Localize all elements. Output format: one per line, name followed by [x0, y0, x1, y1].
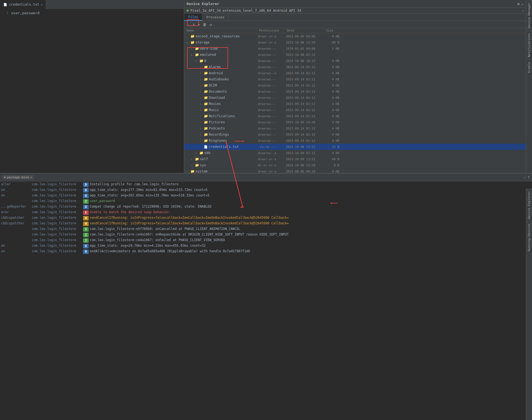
- log-tag: on: [1, 193, 32, 197]
- delete-icon[interactable]: 🗑: [202, 22, 207, 27]
- logcat-star-icon[interactable]: ☆: [524, 175, 526, 179]
- log-package: com.leo.login_filestore: [32, 249, 82, 253]
- refresh-icon[interactable]: ↺: [209, 22, 212, 27]
- de-column-headers: Name Permissions Date Size: [184, 28, 526, 33]
- log-message: com.leo.login_filestore:ce4a1067: onFail…: [90, 238, 531, 242]
- log-row: com.leo.login_filestoreIcom.leo.login_fi…: [0, 238, 532, 243]
- expand-chevron[interactable]: ▾: [195, 59, 199, 63]
- file-icon: 📄: [204, 145, 208, 149]
- expand-chevron[interactable]: ›: [200, 66, 203, 69]
- file-row[interactable]: ›📁DCIMdrwxrws---2023-09-14 02:124 KB: [184, 82, 526, 88]
- file-size: 4 KB: [325, 102, 342, 106]
- expand-chevron[interactable]: ›: [200, 84, 203, 87]
- expand-chevron[interactable]: ▾: [186, 41, 190, 44]
- file-date: 1970-01-01 00:00: [286, 47, 325, 51]
- settings-icon[interactable]: ⚙: [517, 2, 519, 6]
- file-row[interactable]: ›📁Documentsdrwxrws---2023-09-14 02:124 K…: [184, 88, 526, 95]
- line-content-1: user,password: [11, 11, 40, 15]
- folder-icon: 📁: [195, 53, 199, 57]
- log-message: app_time_stats: avg=277.19ms min=81.05ms…: [90, 188, 531, 192]
- file-permissions: drwxrws---: [258, 84, 286, 87]
- file-row[interactable]: ▾📁storagedrwxr-xr-x2023-10-08 13:5080 B: [184, 39, 526, 45]
- expand-chevron[interactable]: ›: [195, 152, 199, 155]
- file-icon-small: 📄: [3, 3, 7, 6]
- expand-chevron[interactable]: ▾: [191, 53, 194, 56]
- editor-content: 1 user,password: [0, 9, 184, 173]
- filter-close-icon[interactable]: ✕: [30, 176, 32, 179]
- sidebar-tab-device-explorer[interactable]: Device Explorer: [526, 189, 532, 221]
- log-row: oncom.leo.login_filestoreDendAllActiveAn…: [0, 249, 532, 255]
- upload-icon[interactable]: ⬆: [187, 22, 190, 27]
- file-row[interactable]: ›📁Moviesdrwxrws---2023-09-14 02:124 KB: [184, 101, 526, 107]
- expand-chevron[interactable]: ›: [200, 102, 203, 105]
- file-row[interactable]: ›📁Downloaddrwxrws---2023-09-14 02:124 KB: [184, 95, 526, 101]
- expand-chevron[interactable]: ›: [200, 139, 203, 142]
- expand-chevron[interactable]: ›: [186, 170, 190, 173]
- sidebar-tab-running-devices[interactable]: Running Devices: [526, 221, 532, 253]
- file-row[interactable]: ›📁Notificationsdrwxrws---2023-09-14 02:1…: [184, 113, 526, 119]
- tab-files[interactable]: Files: [184, 14, 202, 21]
- log-package: com.leo.login_filestore: [32, 221, 82, 225]
- file-row[interactable]: ›📁systemdrwxr-xr-x2023-08-05 00:184 KB: [184, 168, 526, 173]
- expand-chevron[interactable]: ›: [200, 127, 203, 130]
- log-row: oncom.leo.login_filestoreDapp_time_stats…: [0, 188, 532, 193]
- logcat-filter-tag[interactable]: ≡ package:mine ✕: [2, 175, 34, 179]
- file-row[interactable]: ›📁Musicdrwxrws---2023-09-14 02:124 KB: [184, 107, 526, 113]
- expand-chevron[interactable]: ›: [191, 47, 194, 50]
- sidebar-tab-gradle[interactable]: Gradle: [526, 59, 532, 75]
- folder-icon: 📁: [204, 126, 208, 130]
- editor-tabs: 📄 credentials.txt ✕: [0, 0, 184, 9]
- sidebar-tab-notifications[interactable]: Notifications: [526, 31, 532, 59]
- expand-chevron[interactable]: ›: [186, 35, 190, 38]
- file-row[interactable]: ›📁Picturesdrwxrws---2023-10-05 14:404 KB: [184, 119, 526, 125]
- file-row[interactable]: ›📁Audiobooksdrwxrws---2023-09-14 02:124 …: [184, 76, 526, 82]
- de-device-row[interactable]: Pixel_3a_API_34_extension_level_7_x86_64…: [184, 8, 526, 14]
- logcat-help-icon[interactable]: ?: [528, 175, 530, 179]
- log-level: I: [83, 227, 89, 232]
- expand-chevron[interactable]: ›: [200, 109, 203, 112]
- filter-label: package:mine: [7, 176, 29, 179]
- de-header-icons: ⚙ —: [517, 2, 524, 6]
- sidebar-tab-device-manager[interactable]: Device Manager: [526, 0, 532, 31]
- expand-chevron[interactable]: ›: [200, 96, 203, 99]
- file-row[interactable]: ›📁Androiddrwxrws--x2023-09-14 02:124 KB: [184, 70, 526, 76]
- file-permissions: drwxrws---: [258, 121, 286, 124]
- file-label: Download: [209, 96, 225, 100]
- download-icon[interactable]: ⬇: [192, 22, 195, 27]
- add-folder-icon[interactable]: +: [197, 22, 201, 27]
- close-tab-icon[interactable]: ✕: [41, 3, 42, 6]
- log-tag: ckDispatcher: [1, 221, 32, 225]
- expand-chevron[interactable]: ›: [200, 121, 203, 124]
- file-row[interactable]: ›📁obbdrwxrws--x2023-10-08 02:114 KB: [184, 150, 526, 156]
- file-row[interactable]: ›📁selfdrwxr-xr-x2023-10-08 13:5160 B: [184, 156, 526, 162]
- file-size: 4 KB: [325, 108, 342, 112]
- expand-chevron[interactable]: ›: [191, 158, 194, 161]
- file-label: second_stage_resources: [195, 34, 240, 38]
- tab-processes[interactable]: Processes: [202, 14, 229, 21]
- expand-chevron[interactable]: ›: [200, 78, 203, 81]
- expand-chevron[interactable]: ›: [200, 72, 203, 75]
- file-row[interactable]: ›📁Ringtonesdrwxrws---2023-09-14 02:124 K…: [184, 138, 526, 144]
- file-row[interactable]: ›📁Recordingsdrwxrws---2023-09-14 02:124 …: [184, 131, 526, 138]
- expand-chevron[interactable]: ›: [200, 115, 203, 118]
- file-label: obb: [204, 151, 211, 155]
- file-row[interactable]: ▾📁emulateddrwxrwx---2023-10-08 02:12: [184, 52, 526, 58]
- file-row[interactable]: ›📁Alarmsdrwxrws---2023-09-14 02:124 KB: [184, 64, 526, 70]
- minimize-icon[interactable]: —: [521, 2, 524, 6]
- file-row[interactable]: ›📁Podcastsdrwxrws---2023-09-14 02:124 KB: [184, 125, 526, 131]
- expand-chevron[interactable]: ›: [200, 133, 203, 136]
- log-tag: erer: [1, 210, 32, 214]
- file-row[interactable]: ›📁sysdr-xr-xr-x2023-10-08 13:500 B: [184, 162, 526, 168]
- editor-tab-credentials[interactable]: 📄 credentials.txt ✕: [0, 0, 46, 9]
- file-size: 0 B: [325, 164, 342, 167]
- expand-chevron[interactable]: ›: [191, 164, 194, 167]
- log-level: D: [83, 188, 89, 193]
- file-row[interactable]: ›📁08F9-310Edrwxrwx---1970-01-01 00:002 K…: [184, 45, 526, 52]
- file-row[interactable]: 📄credentials.txt-rw-rw----2023-10-08 13:…: [184, 144, 526, 150]
- file-label: Music: [209, 108, 219, 112]
- file-row[interactable]: ▾📁0drwxrws---2023-10-08 10:234 KB: [184, 58, 526, 64]
- file-permissions: drwxrws---: [258, 90, 286, 93]
- file-row[interactable]: ›📁second_stage_resourcesdrwxr-xr-x2023-0…: [184, 33, 526, 39]
- log-package: com.leo.login_filestore: [32, 238, 82, 242]
- expand-chevron[interactable]: ›: [200, 90, 203, 93]
